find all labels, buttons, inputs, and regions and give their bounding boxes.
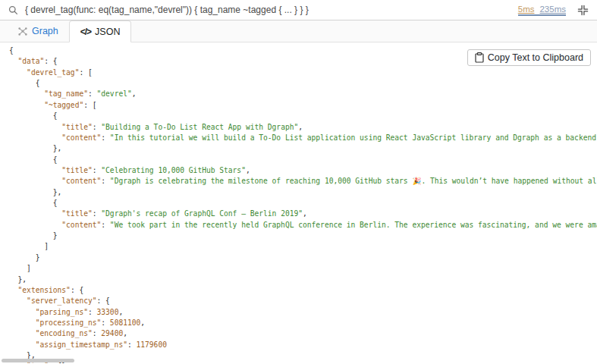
network-latency-link[interactable]: 235ms [539, 5, 566, 14]
code-icon: </> [80, 27, 91, 37]
query-bar: { devrel_tag(func: eq(tag_name,"devrel")… [0, 0, 597, 20]
tab-json-label: JSON [95, 27, 120, 37]
copy-button-label: Copy Text to Clipboard [488, 52, 583, 63]
copy-to-clipboard-button[interactable]: Copy Text to Clipboard [467, 49, 591, 66]
result-tab-bar: Graph </> JSON [0, 20, 597, 42]
expand-panel-button[interactable] [577, 4, 589, 17]
server-latency-link[interactable]: 5ms [518, 5, 535, 14]
json-response-view[interactable]: { "data": { "devrel_tag": [ { "tag_name"… [0, 42, 597, 363]
latency-indicator: 5ms 235ms [518, 5, 566, 16]
tab-json[interactable]: </> JSON [69, 20, 132, 42]
compress-arrows-icon [577, 5, 589, 16]
graph-icon [17, 27, 28, 36]
tab-graph[interactable]: Graph [7, 20, 69, 42]
query-summary[interactable]: { devrel_tag(func: eq(tag_name,"devrel")… [25, 5, 518, 15]
search-icon [8, 5, 18, 15]
clipboard-icon [475, 52, 484, 63]
json-panel: { "data": { "devrel_tag": [ { "tag_name"… [0, 42, 597, 363]
tab-graph-label: Graph [32, 26, 58, 36]
horizontal-scrollbar-thumb[interactable] [2, 359, 74, 362]
